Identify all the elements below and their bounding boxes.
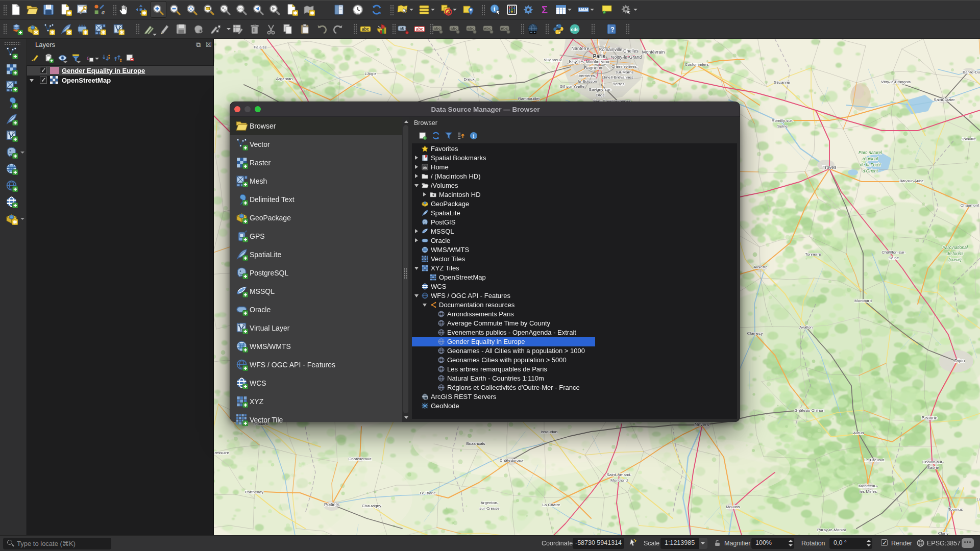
svg-text:Châtellerault: Châtellerault xyxy=(349,457,372,461)
svg-text:Sézanne: Sézanne xyxy=(774,80,790,85)
svg-text:Troyes: Troyes xyxy=(822,165,837,170)
svg-text:Saône: Saône xyxy=(927,465,939,470)
svg-text:Chennevières-: Chennevières- xyxy=(611,64,638,69)
svg-text:Falaise: Falaise xyxy=(254,45,267,49)
svg-text:régional: régional xyxy=(863,156,878,161)
svg-text:Nevers: Nevers xyxy=(695,422,709,427)
svg-text:(cœur): (cœur) xyxy=(948,257,962,262)
svg-text:Seine: Seine xyxy=(777,124,788,129)
svg-text:Dijon: Dijon xyxy=(954,358,965,363)
svg-text:La Châtre: La Châtre xyxy=(542,503,560,507)
svg-text:Noisy-le-Grand: Noisy-le-Grand xyxy=(611,55,642,60)
svg-text:Montévrain: Montévrain xyxy=(642,49,665,55)
svg-text:Bar-sur-Aube: Bar-sur-Aube xyxy=(899,179,924,183)
svg-text:Issoudun: Issoudun xyxy=(541,430,557,434)
svg-text:Yerres: Yerres xyxy=(613,82,625,86)
svg-text:Chaumont: Chaumont xyxy=(961,203,980,208)
svg-text:Le Blanc: Le Blanc xyxy=(420,491,435,495)
svg-text:Orge: Orge xyxy=(596,93,605,97)
svg-text:Tonnerre: Tonnerre xyxy=(805,252,821,257)
svg-text:Seine: Seine xyxy=(889,256,899,260)
svg-text:Châtillon-sur-: Châtillon-sur- xyxy=(881,250,906,255)
svg-text:Vitry-le-François: Vitry-le-François xyxy=(881,80,911,84)
svg-text:Auxerre: Auxerre xyxy=(753,265,768,269)
svg-text:sur-Creuse: sur-Creuse xyxy=(479,506,500,511)
svg-text:Nanterre: Nanterre xyxy=(571,46,589,51)
svg-text:Limeil-Brévannes: Limeil-Brévannes xyxy=(602,75,633,80)
svg-text:Beaune: Beaune xyxy=(921,415,937,420)
svg-text:d’Orient: d’Orient xyxy=(863,168,878,173)
svg-text:Dreux: Dreux xyxy=(463,77,474,82)
svg-text:les Mines: les Mines xyxy=(860,489,877,494)
svg-text:de forêts: de forêts xyxy=(946,251,964,256)
svg-text:le-Buisson: le-Buisson xyxy=(578,79,597,84)
svg-text:Romilly-sur-: Romilly-sur- xyxy=(772,118,794,123)
svg-text:Le Creusot: Le Creusot xyxy=(864,458,885,462)
svg-text:Issy-les-Moulineaux: Issy-les-Moulineaux xyxy=(569,59,609,64)
svg-text:Cluny: Cluny xyxy=(938,531,948,535)
svg-text:Romainville: Romainville xyxy=(599,47,623,52)
svg-text:Bressuire: Bressuire xyxy=(213,450,229,455)
svg-text:Coulommiers: Coulommiers xyxy=(684,62,708,67)
svg-text:Buzançais: Buzançais xyxy=(467,441,485,446)
svg-text:Verrières-: Verrières- xyxy=(579,73,597,78)
svg-text:Paris: Paris xyxy=(593,54,606,59)
svg-text:Chauvigny: Chauvigny xyxy=(362,504,381,508)
svg-text:sur Marne: sur Marne xyxy=(616,70,634,74)
svg-text:Châteauroux: Châteauroux xyxy=(500,458,523,463)
svg-text:Montrond: Montrond xyxy=(610,478,628,483)
svg-text:Argenton-: Argenton- xyxy=(480,500,498,505)
svg-text:Savigny-sur-: Savigny-sur- xyxy=(589,87,612,92)
svg-text:Avallon: Avallon xyxy=(799,325,813,330)
svg-text:L’Aigle: L’Aigle xyxy=(364,71,377,76)
svg-text:Bagneux: Bagneux xyxy=(584,65,602,70)
svg-text:Moulins: Moulins xyxy=(726,505,740,509)
svg-text:Autun: Autun xyxy=(853,431,864,435)
svg-text:Parc naturel: Parc naturel xyxy=(859,150,883,155)
svg-text:Tournus: Tournus xyxy=(948,507,963,512)
svg-text:Joinville: Joinville xyxy=(962,137,976,141)
svg-text:Poitiers: Poitiers xyxy=(324,502,340,507)
svg-text:Montbard: Montbard xyxy=(854,298,872,303)
svg-text:Gif-sur-Yvette: Gif-sur-Yvette xyxy=(560,84,585,89)
svg-text:Montceau-: Montceau- xyxy=(859,484,878,488)
svg-text:Parc national: Parc national xyxy=(942,245,968,250)
svg-text:Chalon-sur-: Chalon-sur- xyxy=(922,460,944,464)
svg-text:Clamecy: Clamecy xyxy=(747,331,763,336)
svg-text:Chelles: Chelles xyxy=(623,48,639,54)
svg-text:Parthenay: Parthenay xyxy=(245,490,263,494)
svg-text:de la Forêt: de la Forêt xyxy=(860,162,881,167)
svg-text:Château-Chinon: Château-Chinon xyxy=(795,408,824,413)
svg-text:Saint-Dizier: Saint-Dizier xyxy=(934,97,955,102)
svg-text:Argentan: Argentan xyxy=(276,77,292,81)
svg-text:Saint-Amand-: Saint-Amand- xyxy=(607,472,632,477)
svg-text:Bar-le-Du: Bar-le-Du xyxy=(963,70,980,74)
svg-text:Villepreux: Villepreux xyxy=(544,58,562,62)
svg-text:Paray-le-Monial: Paray-le-Monial xyxy=(817,528,846,532)
svg-text:Lou: Lou xyxy=(976,497,980,502)
svg-text:Rambouillet: Rambouillet xyxy=(518,96,540,101)
